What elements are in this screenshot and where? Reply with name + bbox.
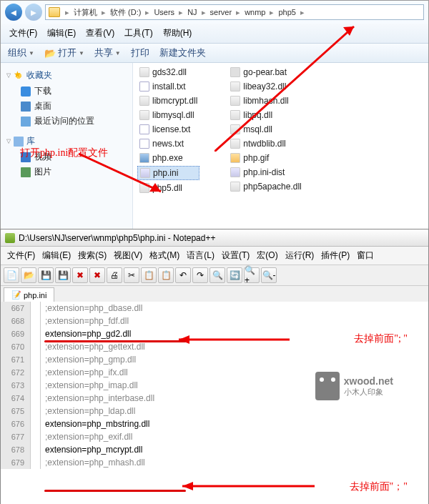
tab-phpini[interactable]: 📝php.ini <box>4 287 54 302</box>
toolbar-print[interactable]: 打印 <box>131 46 149 59</box>
back-button[interactable]: ◄ <box>5 4 22 21</box>
file-item[interactable]: news.txt <box>137 137 199 150</box>
sidebar-item-pictures[interactable]: 图片 <box>1 164 132 179</box>
notepad-title-text: D:\Users\NJ\server\wnmp\php5\php.ini - N… <box>19 233 215 243</box>
tool-paste[interactable]: 📋 <box>158 267 174 283</box>
file-name: libpq.dll <box>243 110 272 120</box>
file-item[interactable]: license.txt <box>137 123 199 136</box>
line-text: ;extension=php_gmp.dll <box>41 355 136 365</box>
tool-cut[interactable]: ✂ <box>124 267 139 283</box>
file-item[interactable]: gds32.dll <box>137 66 199 79</box>
notepad-menubar[interactable]: 文件(F) 编辑(E) 搜索(S) 视图(V) 格式(M) 语言(L) 设置(T… <box>1 247 428 265</box>
toolbar-newfolder[interactable]: 新建文件夹 <box>159 46 206 59</box>
tool-print[interactable]: 🖨 <box>107 267 122 283</box>
file-icon <box>230 96 240 106</box>
tool-close[interactable]: ✖ <box>72 267 88 283</box>
code-line[interactable]: 667;extension=php_dbase.dll <box>1 302 428 315</box>
code-line[interactable]: 668;extension=php_fdf.dll <box>1 315 428 327</box>
tool-zoom-in[interactable]: 🔍+ <box>244 267 260 283</box>
line-text: ;extension=php_fdf.dll <box>41 316 129 326</box>
tool-save[interactable]: 💾 <box>38 267 54 283</box>
np-menu-search[interactable]: 搜索(S) <box>76 248 109 263</box>
tool-replace[interactable]: 🔄 <box>227 267 242 283</box>
np-menu-lang[interactable]: 语言(L) <box>184 248 217 263</box>
file-item[interactable]: php.exe <box>137 152 199 164</box>
tool-undo[interactable]: ↶ <box>175 267 191 283</box>
file-item[interactable]: libpq.dll <box>228 109 303 122</box>
file-icon <box>230 67 240 77</box>
file-item[interactable]: php5.dll <box>137 182 199 194</box>
np-menu-edit[interactable]: 编辑(E) <box>40 248 73 263</box>
desktop-icon <box>21 102 31 112</box>
file-name: ntwdblib.dll <box>243 139 285 149</box>
file-icon <box>140 168 150 178</box>
menu-view[interactable]: 查看(V) <box>83 26 117 41</box>
file-item[interactable]: install.txt <box>137 80 199 93</box>
np-menu-run[interactable]: 运行(R) <box>283 248 317 263</box>
np-menu-file[interactable]: 文件(F) <box>5 248 37 263</box>
notepad-titlebar: D:\Users\NJ\server\wnmp\php5\php.ini - N… <box>1 229 428 247</box>
code-line[interactable]: 671;extension=php_gmp.dll <box>1 353 428 366</box>
menu-help[interactable]: 帮助(H) <box>160 26 195 41</box>
code-line[interactable]: 676extension=php_mbstring.dll <box>1 417 428 430</box>
watermark: xwood.net小木人印象 <box>315 372 393 400</box>
np-menu-plugins[interactable]: 插件(P) <box>319 248 352 263</box>
np-menu-settings[interactable]: 设置(T) <box>220 248 252 263</box>
file-icon <box>139 110 149 120</box>
tool-zoom-out[interactable]: 🔍- <box>261 267 277 283</box>
file-item[interactable]: libmcrypt.dll <box>137 94 199 107</box>
forward-button[interactable]: ► <box>25 4 42 21</box>
file-name: libmysql.dll <box>152 110 194 120</box>
line-number: 679 <box>1 456 31 469</box>
np-menu-format[interactable]: 格式(M) <box>147 248 182 263</box>
menu-edit[interactable]: 编辑(E) <box>44 26 79 41</box>
toolbar-share[interactable]: 共享▼ <box>94 46 121 59</box>
file-name: go-pear.bat <box>243 67 287 77</box>
np-menu-window[interactable]: 窗口 <box>355 248 376 263</box>
line-number: 674 <box>1 392 31 405</box>
file-item[interactable]: php5apache.dll <box>228 180 303 193</box>
tool-copy[interactable]: 📋 <box>141 267 157 283</box>
code-line[interactable]: 679;extension=php_mhash.dll <box>1 456 428 469</box>
sidebar-item-downloads[interactable]: 下载 <box>1 84 132 99</box>
menu-file[interactable]: 文件(F) <box>6 26 40 41</box>
tool-find[interactable]: 🔍 <box>209 267 225 283</box>
file-item[interactable]: php.ini-dist <box>228 166 303 179</box>
sidebar-item-desktop[interactable]: 桌面 <box>1 99 132 114</box>
file-pane[interactable]: gds32.dllinstall.txtlibmcrypt.dlllibmysq… <box>133 63 428 234</box>
menu-tools[interactable]: 工具(T) <box>122 26 155 41</box>
file-item[interactable]: ntwdblib.dll <box>228 137 303 150</box>
file-item[interactable]: go-pear.bat <box>228 66 303 79</box>
notepad-window: D:\Users\NJ\server\wnmp\php5\php.ini - N… <box>0 229 429 504</box>
file-icon <box>139 139 149 149</box>
file-item[interactable]: libmysql.dll <box>137 109 199 122</box>
file-item[interactable]: libmhash.dll <box>228 94 303 107</box>
folder-icon <box>49 7 60 17</box>
sidebar-favorites[interactable]: ▽收藏夹 <box>1 67 132 84</box>
code-line[interactable]: 677;extension=php_exif.dll <box>1 430 428 443</box>
tool-redo[interactable]: ↷ <box>192 267 208 283</box>
np-menu-macro[interactable]: 宏(O) <box>255 248 280 263</box>
annotation-remove-semi-2: 去掉前面"；" <box>350 480 408 493</box>
file-item[interactable]: php.ini <box>137 166 199 180</box>
tool-open[interactable]: 📂 <box>21 267 36 283</box>
toolbar-open[interactable]: 📂打开▼ <box>44 46 84 59</box>
tool-closeall[interactable]: ✖ <box>89 267 105 283</box>
np-menu-view[interactable]: 视图(V) <box>112 248 144 263</box>
sidebar-item-recent[interactable]: 最近访问的位置 <box>1 114 132 129</box>
menubar[interactable]: 文件(F) 编辑(E) 查看(V) 工具(T) 帮助(H) <box>1 24 428 44</box>
tool-saveall[interactable]: 💾 <box>55 267 71 283</box>
file-item[interactable]: php.gif <box>228 152 303 164</box>
code-line[interactable]: 675;extension=php_ldap.dll <box>1 405 428 417</box>
file-item[interactable]: msql.dll <box>228 123 303 136</box>
tool-new[interactable]: 📄 <box>4 267 19 283</box>
toolbar-organize[interactable]: 组织▼ <box>8 46 34 59</box>
robot-icon <box>315 372 340 400</box>
star-icon <box>14 71 24 81</box>
file-item[interactable]: libeay32.dll <box>228 80 303 93</box>
code-line[interactable]: 678extension=php_mcrypt.dll <box>1 443 428 456</box>
recent-icon <box>21 117 31 127</box>
line-number: 677 <box>1 430 31 443</box>
file-icon <box>230 110 240 120</box>
breadcrumb[interactable]: ▸计算机 ▸软件 (D:) ▸Users ▸NJ ▸server ▸wnmp ▸… <box>45 4 424 20</box>
